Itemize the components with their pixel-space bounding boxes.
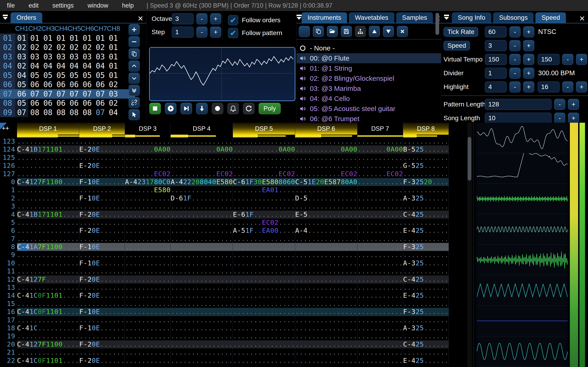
- order-cell[interactable]: 07: [94, 108, 107, 117]
- channel-header-1[interactable]: DSP 1: [17, 123, 79, 137]
- instrument-item[interactable]: 01: @1 String: [296, 63, 441, 73]
- pattern-cell[interactable]: ...........: [357, 340, 403, 348]
- pattern-cell[interactable]: ...............: [233, 235, 295, 243]
- instrument-item[interactable]: 04: @4 Cello: [296, 94, 441, 104]
- pattern-cell[interactable]: ...........: [357, 162, 403, 170]
- metronome-bell-icon[interactable]: [227, 103, 239, 114]
- pattern-row-13[interactable]: 13......................................…: [0, 284, 449, 292]
- pattern-cell[interactable]: ...............: [295, 267, 357, 275]
- order-cell[interactable]: 04: [81, 61, 94, 71]
- pattern-cell[interactable]: F-20E......: [79, 292, 125, 300]
- order-cell[interactable]: 07: [54, 89, 68, 99]
- pattern-cell[interactable]: ...........: [125, 227, 171, 235]
- pattern-cell[interactable]: ...............: [295, 275, 357, 284]
- pattern-cell[interactable]: ...............: [171, 202, 233, 210]
- pattern-cell[interactable]: ...........: [79, 235, 125, 243]
- pattern-cell[interactable]: C-41C0F1101....: [17, 357, 79, 365]
- pattern-cell[interactable]: ...........: [403, 251, 449, 259]
- step-plus-button[interactable]: +: [210, 27, 221, 38]
- instrument-list-scrollbar[interactable]: [435, 13, 439, 35]
- pattern-cell[interactable]: ...............: [233, 259, 295, 267]
- pattern-cell[interactable]: ...............: [17, 235, 79, 243]
- order-cell[interactable]: 01: [81, 33, 94, 43]
- chevron-down-icon[interactable]: [129, 73, 140, 84]
- pattern-scrollbar[interactable]: [467, 123, 472, 367]
- pattern-cell[interactable]: .......EC02: [357, 170, 403, 178]
- pattern-editor[interactable]: ++ DSP 1DSP 2DSP 3DSP 4DSP 5DSP 6DSP 7DS…: [0, 123, 466, 367]
- pattern-cell[interactable]: ...............: [233, 162, 295, 170]
- pattern-cell[interactable]: ...............: [295, 162, 357, 170]
- pattern-cell[interactable]: ...............: [295, 292, 357, 300]
- pattern-cell[interactable]: ...........: [125, 316, 171, 324]
- pattern-cell[interactable]: ...............: [17, 284, 79, 292]
- play-from-cursor-icon[interactable]: [181, 103, 192, 114]
- move-up-icon[interactable]: [369, 26, 380, 37]
- pattern-cell[interactable]: ...........: [403, 332, 449, 340]
- pattern-cell[interactable]: ...........: [357, 243, 403, 251]
- pattern-row-125[interactable]: 125.....................................…: [0, 154, 449, 162]
- pattern-cell[interactable]: ...........: [125, 251, 171, 259]
- pattern-cell[interactable]: ...........: [125, 194, 171, 202]
- pattern-cell[interactable]: ...........: [357, 251, 403, 259]
- virtual-tempo-secondary-input[interactable]: 150: [538, 54, 560, 65]
- pattern-cell[interactable]: ...........: [79, 316, 125, 324]
- pattern-cell[interactable]: ...............: [233, 202, 295, 210]
- pattern-cell[interactable]: C-425......: [403, 211, 449, 219]
- pattern-cell[interactable]: ...........: [79, 137, 125, 145]
- order-cell[interactable]: 06: [68, 99, 81, 108]
- pattern-cell[interactable]: F-10E......: [79, 243, 125, 251]
- order-row-number[interactable]: 03: [0, 52, 15, 61]
- pattern-row-4[interactable]: 4C-41B171101....F-20E...................…: [0, 211, 449, 219]
- pattern-cell[interactable]: ...........EC02: [295, 170, 357, 178]
- pattern-cell[interactable]: ...........: [357, 348, 403, 357]
- close-icon[interactable]: ×: [579, 14, 585, 23]
- speed-label[interactable]: Speed: [443, 41, 470, 50]
- pattern-cell[interactable]: ...............: [233, 348, 295, 357]
- pattern-cell[interactable]: F-10E......: [79, 194, 125, 202]
- pattern-cell[interactable]: ...............: [295, 284, 357, 292]
- instrument-item[interactable]: 03: @3 Marimba: [296, 83, 441, 94]
- pattern-cell[interactable]: ...............: [295, 186, 357, 194]
- order-row-09[interactable]: 090708080808080704: [0, 108, 135, 117]
- channel-header-2[interactable]: DSP 2: [79, 123, 125, 137]
- pattern-cell[interactable]: ...............: [233, 284, 295, 292]
- channel-header-4[interactable]: DSP 4: [171, 123, 233, 137]
- pattern-length-minus-button[interactable]: -: [554, 99, 565, 110]
- pattern-cell[interactable]: ...............: [295, 348, 357, 357]
- order-cell[interactable]: 04: [54, 61, 68, 71]
- instrument-item[interactable]: 00: @0 Flute: [296, 53, 441, 63]
- pattern-cell[interactable]: ...........: [403, 267, 449, 275]
- pattern-cell[interactable]: ...........: [125, 202, 171, 210]
- pattern-cell[interactable]: ...........: [357, 154, 403, 162]
- pattern-cell[interactable]: ...............: [17, 170, 79, 178]
- pattern-cell[interactable]: ...............: [233, 340, 295, 348]
- pattern-cell[interactable]: ...........: [79, 219, 125, 227]
- pattern-cell[interactable]: ...............: [171, 324, 233, 332]
- pattern-row-2[interactable]: 2...............F-10E.................D-…: [0, 194, 449, 202]
- instrument-item[interactable]: 02: @2 Blingy/Glockenspiel: [296, 73, 441, 83]
- pattern-cell[interactable]: ...............: [295, 251, 357, 259]
- pattern-cell[interactable]: F-20E......: [79, 275, 125, 284]
- pattern-cell[interactable]: ...........: [125, 308, 171, 316]
- channel-name[interactable]: DSP 3: [125, 123, 170, 135]
- channel-name[interactable]: DSP 5: [233, 123, 295, 135]
- pattern-cell[interactable]: C-41B171101....: [17, 211, 79, 219]
- pattern-cell[interactable]: ...........EC02: [171, 170, 233, 178]
- pattern-cell[interactable]: ...........: [125, 243, 171, 251]
- order-cell[interactable]: 01: [107, 71, 120, 80]
- pattern-cell[interactable]: ...............: [233, 357, 295, 365]
- octave-input[interactable]: 3: [172, 13, 194, 24]
- pattern-cell[interactable]: ...........: [357, 292, 403, 300]
- order-cell[interactable]: 02: [94, 43, 107, 52]
- order-cell[interactable]: 07: [81, 89, 94, 99]
- tab-orders[interactable]: Orders: [10, 12, 42, 23]
- pattern-cell[interactable]: F-10E......: [79, 178, 125, 186]
- pattern-cell[interactable]: ...............: [233, 194, 295, 202]
- double-chevron-down-icon[interactable]: [129, 85, 140, 96]
- speed-minus-button[interactable]: -: [510, 40, 520, 51]
- pattern-row-16[interactable]: 16C-41C0F1101....F-10E..................…: [0, 308, 449, 316]
- channel-header-6[interactable]: DSP 6: [295, 123, 357, 137]
- pattern-cell[interactable]: ...............: [233, 332, 295, 340]
- folder-tree-icon[interactable]: [355, 26, 366, 37]
- order-cell[interactable]: 01: [107, 61, 120, 71]
